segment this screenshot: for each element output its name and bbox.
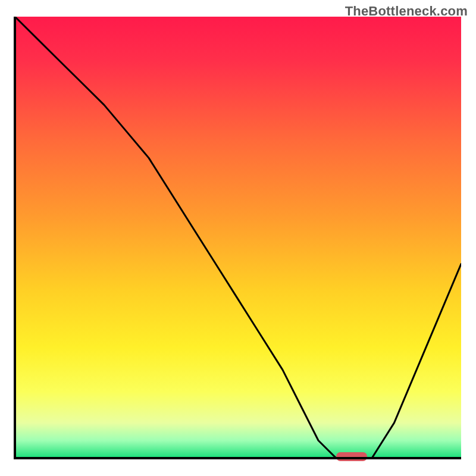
watermark-text: TheBottleneck.com bbox=[345, 4, 468, 19]
bottleneck-chart bbox=[0, 0, 476, 476]
optimum-marker bbox=[336, 452, 367, 461]
